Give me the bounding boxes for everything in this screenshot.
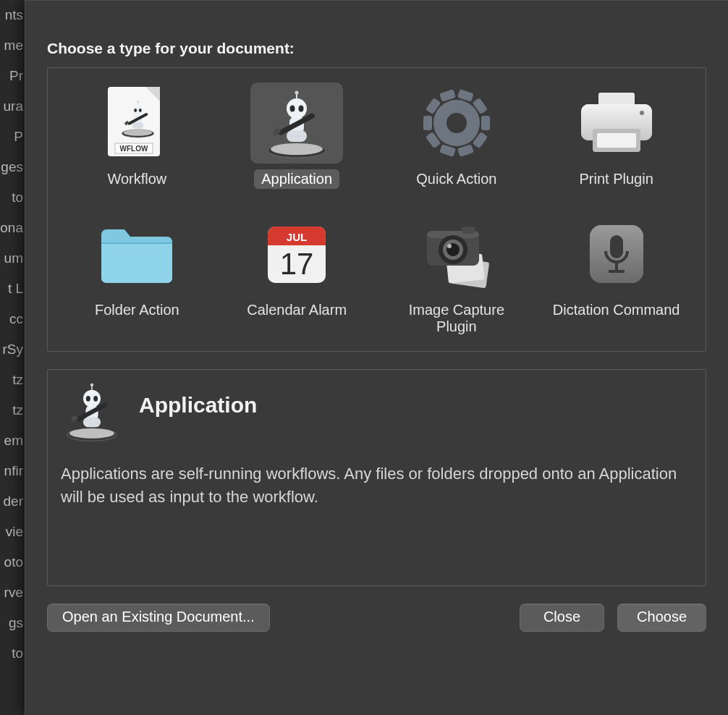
svg-point-68 (86, 396, 90, 402)
svg-rect-66 (83, 418, 101, 428)
document-types-grid: WFLOW Workflow Application Quick Action (61, 78, 693, 337)
svg-rect-18 (287, 130, 307, 142)
workflow-icon: WFLOW (90, 82, 183, 164)
background-list-item: gs (0, 608, 25, 638)
svg-point-21 (299, 106, 304, 112)
document-type-folder-action[interactable]: Folder Action (61, 209, 213, 337)
svg-point-10 (139, 109, 142, 112)
svg-rect-7 (132, 122, 143, 129)
new-document-sheet: Choose a type for your document: WFLOW W… (25, 0, 728, 715)
background-sidebar: ntsmePruraPgestoonaumt LccrSytztzemnfird… (0, 0, 25, 715)
svg-point-23 (295, 91, 299, 95)
choose-button[interactable]: Choose (617, 604, 706, 632)
svg-text:JUL: JUL (287, 231, 307, 243)
description-body: Applications are self-running workflows.… (61, 462, 693, 509)
open-existing-button[interactable]: Open an Existing Document... (47, 604, 270, 632)
document-type-label: Image Capture Plugin (381, 300, 533, 337)
microphone-icon (570, 213, 663, 295)
background-list-item: vie (0, 517, 25, 547)
background-list-item: em (0, 426, 25, 456)
svg-point-19 (287, 98, 307, 119)
svg-marker-73 (71, 415, 78, 422)
svg-rect-42 (597, 133, 636, 148)
automator-app-icon (61, 380, 123, 442)
calendar-icon: JUL 17 (250, 213, 343, 295)
document-type-calendar-alarm[interactable]: JUL 17 Calendar Alarm (221, 209, 373, 337)
document-type-label: Print Plugin (572, 169, 660, 189)
background-list-item: to (0, 182, 25, 213)
svg-rect-31 (423, 116, 432, 130)
document-type-label: Dictation Command (546, 300, 687, 320)
background-list-item: P (0, 122, 25, 152)
background-list-item: der (0, 486, 25, 517)
svg-point-8 (132, 105, 143, 116)
close-button[interactable]: Close (520, 604, 604, 632)
document-type-quick-action[interactable]: Quick Action (381, 78, 533, 189)
svg-rect-57 (462, 227, 475, 234)
background-list-item: tz (0, 395, 25, 426)
svg-point-67 (83, 390, 101, 407)
document-type-label: Folder Action (88, 300, 187, 320)
svg-point-9 (135, 109, 137, 112)
background-list-item: um (0, 243, 25, 274)
document-type-label: Application (254, 169, 339, 189)
gear-icon (410, 82, 503, 164)
background-list-item: ges (0, 152, 25, 182)
svg-point-56 (447, 244, 452, 248)
svg-text:17: 17 (280, 247, 314, 281)
background-list-item: cc (0, 304, 25, 334)
description-panel: Application Applications are self-runnin… (47, 369, 706, 586)
svg-point-64 (69, 428, 114, 439)
svg-point-20 (290, 106, 295, 112)
document-type-application[interactable]: Application (221, 78, 373, 189)
background-list-item: t L (0, 274, 25, 304)
background-list-item: tz (0, 365, 25, 395)
svg-point-69 (93, 396, 98, 402)
svg-rect-60 (610, 235, 623, 258)
background-list-item: nts (0, 0, 25, 30)
svg-rect-29 (439, 144, 456, 157)
svg-marker-25 (272, 127, 281, 136)
background-list-item: to (0, 638, 25, 669)
svg-rect-33 (439, 89, 456, 102)
svg-point-12 (137, 101, 140, 103)
background-list-item: rSy (0, 334, 25, 365)
sheet-heading: Choose a type for your document: (47, 40, 706, 57)
document-type-label: Calendar Alarm (240, 300, 354, 320)
document-type-label: Quick Action (409, 169, 504, 189)
svg-rect-28 (457, 144, 474, 157)
background-list-item: Pr (0, 61, 25, 91)
svg-point-71 (90, 384, 93, 386)
automator-app-icon (250, 82, 343, 164)
background-list-item: ona (0, 213, 25, 243)
document-type-dictation-command[interactable]: Dictation Command (540, 209, 693, 337)
button-row: Open an Existing Document... Close Choos… (47, 604, 706, 632)
camera-icon (410, 213, 503, 295)
background-list-item: ura (0, 91, 25, 122)
svg-rect-26 (481, 116, 490, 130)
document-type-image-capture-plugin[interactable]: Image Capture Plugin (381, 209, 533, 337)
svg-point-5 (124, 130, 153, 136)
svg-point-43 (640, 111, 644, 115)
background-list-item: nfir (0, 456, 25, 486)
svg-point-16 (271, 143, 323, 155)
svg-rect-34 (457, 89, 474, 102)
background-list-item: me (0, 30, 25, 61)
printer-icon (570, 82, 663, 164)
description-title: Application (139, 393, 257, 418)
document-type-print-plugin[interactable]: Print Plugin (540, 78, 693, 189)
folder-icon (90, 213, 183, 295)
document-type-label: Workflow (100, 169, 174, 189)
background-list-item: oto (0, 547, 25, 578)
document-types-panel: WFLOW Workflow Application Quick Action (47, 67, 706, 352)
document-type-workflow[interactable]: WFLOW Workflow (61, 78, 213, 189)
svg-point-37 (446, 113, 467, 133)
svg-text:WFLOW: WFLOW (120, 145, 148, 153)
background-list-item: rve (0, 578, 25, 608)
